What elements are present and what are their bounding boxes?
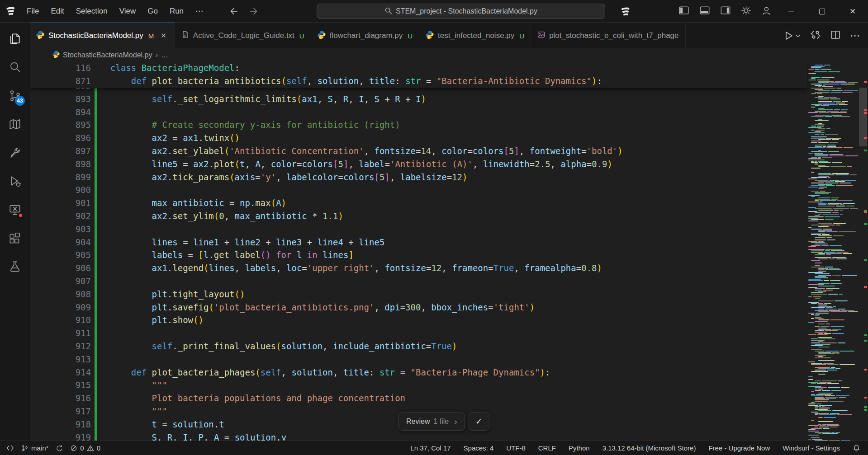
- breadcrumb-symbol[interactable]: …: [161, 51, 168, 59]
- line-number[interactable]: 902: [30, 210, 91, 223]
- menu-selection[interactable]: Selection: [70, 4, 114, 19]
- menu-go[interactable]: Go: [142, 4, 164, 19]
- tab-StochasticBacteriaModel.py[interactable]: StochasticBacteriaModel.pyM✕: [30, 23, 175, 48]
- code-text[interactable]: [97, 327, 807, 340]
- code-text[interactable]: max_antibiotic = np.max(A): [97, 197, 807, 210]
- line-number[interactable]: 904: [30, 236, 91, 249]
- code-text[interactable]: [97, 353, 807, 366]
- line-number[interactable]: 871: [30, 75, 91, 88]
- editor[interactable]: 892893 self._set_logarithmic_limits(ax1,…: [30, 61, 868, 441]
- line-number[interactable]: 913: [30, 353, 91, 366]
- code-text[interactable]: [97, 106, 807, 119]
- status-cursor-position[interactable]: Ln 37, Col 17: [407, 444, 454, 452]
- line-number[interactable]: 912: [30, 340, 91, 353]
- close-window-button[interactable]: ✕: [837, 0, 868, 23]
- remote-button[interactable]: [3, 441, 18, 455]
- code-text[interactable]: [97, 275, 807, 288]
- line-number[interactable]: 894: [30, 106, 91, 119]
- line-number[interactable]: 897: [30, 145, 91, 158]
- code-text[interactable]: plt.show(): [97, 314, 807, 327]
- minimap[interactable]: [807, 61, 858, 441]
- tab-test_infected_noise.py[interactable]: test_infected_noise.pyU: [419, 23, 531, 48]
- code-text[interactable]: [97, 223, 807, 236]
- scrollbar[interactable]: [858, 61, 868, 441]
- code-text[interactable]: self._print_final_values(solution, inclu…: [97, 340, 807, 353]
- code-text[interactable]: self._set_logarithmic_limits(ax1, S, R, …: [97, 93, 807, 106]
- line-number[interactable]: 901: [30, 197, 91, 210]
- code-text[interactable]: def plot_bacteria_phages(self, solution,…: [97, 366, 807, 379]
- line-number[interactable]: 895: [30, 118, 91, 131]
- code-text[interactable]: ax2.set_ylim(0, max_antibiotic * 1.1): [97, 210, 807, 223]
- line-number[interactable]: 906: [30, 262, 91, 275]
- code-text[interactable]: plt.tight_layout(): [97, 288, 807, 301]
- line-number[interactable]: 908: [30, 288, 91, 301]
- tab-Active_Code_Logic_Guide.txt[interactable]: Active_Code_Logic_Guide.txtU: [175, 23, 311, 48]
- code-text[interactable]: S, R, I, P, A = solution.y: [97, 431, 807, 441]
- map-icon[interactable]: [4, 113, 26, 135]
- line-number[interactable]: 893: [30, 93, 91, 106]
- code-text[interactable]: def plot_bacteria_antibiotics(self, solu…: [97, 75, 807, 88]
- code-text[interactable]: [97, 183, 807, 197]
- breadcrumb-file[interactable]: StochasticBacteriaModel.py: [63, 51, 152, 59]
- code-text[interactable]: labels = [l.get_label() for l in lines]: [97, 249, 807, 262]
- code-text[interactable]: ax2 = ax1.twinx(): [97, 131, 807, 145]
- line-number[interactable]: 916: [30, 392, 91, 405]
- status-indentation[interactable]: Spaces: 4: [460, 444, 497, 452]
- tab-plot_stochastic_e_coli_with_t7_phage[interactable]: plot_stochastic_e_coli_with_t7_phage: [531, 23, 685, 48]
- menu-run[interactable]: Run: [164, 4, 190, 19]
- code-text[interactable]: ax2.set_ylabel('Antibiotic Concentration…: [97, 145, 807, 158]
- line-number[interactable]: 905: [30, 249, 91, 262]
- notifications-bell-icon[interactable]: [849, 444, 863, 452]
- close-icon[interactable]: ✕: [159, 31, 168, 41]
- code-text[interactable]: class BacteriaPhageModel:: [97, 61, 807, 75]
- explorer-icon[interactable]: [4, 28, 26, 50]
- line-number[interactable]: 914: [30, 366, 91, 379]
- line-number[interactable]: 896: [30, 131, 91, 145]
- line-number[interactable]: 910: [30, 314, 91, 327]
- status-encoding[interactable]: UTF-8: [503, 444, 529, 452]
- sync-button[interactable]: [52, 441, 66, 455]
- minimize-button[interactable]: ─: [776, 0, 806, 23]
- line-number[interactable]: 899: [30, 171, 91, 184]
- review-files-button[interactable]: Review 1 file ›: [398, 413, 465, 431]
- line-number[interactable]: 919: [30, 431, 91, 441]
- code-text[interactable]: # Create secondary y-axis for antibiotic…: [97, 118, 807, 131]
- menu-edit[interactable]: Edit: [45, 4, 70, 19]
- account-icon[interactable]: [761, 5, 772, 18]
- menu-more[interactable]: ⋯: [190, 4, 209, 19]
- tab-flowchart_diagram.py[interactable]: flowchart_diagram.pyU: [311, 23, 419, 48]
- status-python-interpreter[interactable]: 3.13.12 64-bit (Microsoft Store): [599, 444, 699, 452]
- maximize-button[interactable]: [806, 0, 837, 23]
- breadcrumb[interactable]: StochasticBacteriaModel.py › …: [30, 48, 868, 61]
- line-number[interactable]: 907: [30, 275, 91, 288]
- branch-button[interactable]: main*: [18, 441, 52, 455]
- remote-monitor-icon[interactable]: [4, 199, 26, 220]
- run-debug-icon[interactable]: [4, 170, 26, 192]
- line-number[interactable]: 116: [30, 61, 91, 75]
- search-box[interactable]: STEM_project - StochasticBacteriaModel.p…: [317, 4, 605, 19]
- toggle-secondary-sidebar-icon[interactable]: [720, 5, 731, 18]
- code-text[interactable]: line5 = ax2.plot(t, A, color=colors[5], …: [97, 158, 807, 171]
- status-plan-upgrade[interactable]: Free - Upgrade Now: [705, 444, 773, 452]
- review-approve-button[interactable]: ✓: [469, 413, 489, 431]
- menu-view[interactable]: View: [114, 4, 142, 19]
- line-number[interactable]: 909: [30, 301, 91, 314]
- toggle-panel-icon[interactable]: [699, 5, 711, 18]
- code-text[interactable]: plt.savefig('plot_bacteria_antibiotics.p…: [97, 301, 807, 314]
- run-python-file-button[interactable]: [783, 30, 801, 41]
- problems-button[interactable]: 0 0: [66, 441, 104, 455]
- source-control-icon[interactable]: 43: [4, 85, 26, 107]
- line-number[interactable]: 911: [30, 327, 91, 340]
- status-language-mode[interactable]: Python: [565, 444, 593, 452]
- code-text[interactable]: ax1.legend(lines, labels, loc='upper rig…: [97, 262, 807, 275]
- split-editor-icon[interactable]: [830, 29, 841, 42]
- code-text[interactable]: ax2.tick_params(axis='y', labelcolor=col…: [97, 171, 807, 184]
- tools-icon[interactable]: [4, 142, 26, 164]
- line-number[interactable]: 900: [30, 183, 91, 197]
- more-actions-icon[interactable]: ⋯: [850, 30, 860, 42]
- code-text[interactable]: """: [97, 379, 807, 392]
- status-windsurf-settings[interactable]: Windsurf - Settings: [779, 444, 843, 452]
- menu-file[interactable]: File: [21, 4, 45, 19]
- search-activity-icon[interactable]: [4, 56, 26, 78]
- toggle-primary-sidebar-icon[interactable]: [678, 5, 690, 18]
